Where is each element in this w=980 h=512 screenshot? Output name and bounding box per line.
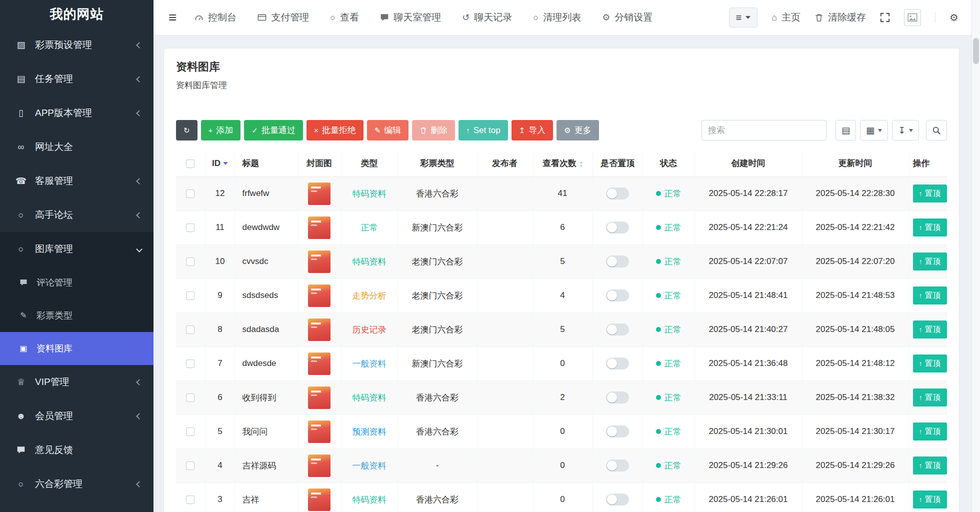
type-link[interactable]: 走势分析: [352, 291, 386, 300]
sidebar-item[interactable]: 意见反馈: [0, 433, 154, 467]
text: 5: [560, 256, 564, 266]
type-link[interactable]: 特码资料: [352, 495, 386, 504]
sort-desc-icon[interactable]: [223, 162, 228, 165]
top-toggle[interactable]: [606, 358, 629, 370]
select-all-checkbox[interactable]: [186, 160, 194, 168]
sidebar-item[interactable]: ♕VIP管理: [0, 365, 154, 399]
sidebar-item[interactable]: ○六合彩管理: [0, 467, 154, 501]
cover-image[interactable]: [308, 216, 330, 239]
set-top-row-button[interactable]: ↑置顶: [913, 184, 947, 202]
top-toggle[interactable]: [606, 494, 629, 506]
type-link[interactable]: 特码资料: [352, 257, 386, 266]
top-toggle[interactable]: [606, 222, 629, 234]
import-button[interactable]: ↥导入: [512, 120, 554, 140]
topnav-item[interactable]: 聊天室管理: [380, 11, 441, 24]
topnav-item[interactable]: 支付管理: [258, 11, 309, 24]
search-button[interactable]: [926, 120, 947, 140]
cover-image[interactable]: [308, 352, 330, 375]
created-cell: 2025-05-14 21:36:48: [694, 346, 802, 380]
cover-image[interactable]: [308, 182, 330, 205]
delete-button[interactable]: 删除: [412, 120, 455, 140]
set-top-row-button[interactable]: ↑置顶: [913, 252, 947, 270]
set-top-row-button[interactable]: ↑置顶: [913, 320, 947, 338]
topnav-item[interactable]: 控制台: [194, 11, 236, 24]
row-checkbox[interactable]: [186, 190, 194, 198]
sidebar-item[interactable]: ∞网址大全: [0, 130, 154, 164]
sidebar-item[interactable]: ○图库管理: [0, 232, 154, 266]
top-toggle[interactable]: [606, 256, 629, 268]
export-dropdown-button[interactable]: ↧: [892, 120, 919, 140]
sidebar-item[interactable]: ▯APP版本管理: [0, 96, 154, 130]
type-link[interactable]: 一般资料: [352, 461, 386, 470]
home-link[interactable]: ⌂主页: [772, 11, 800, 24]
top-toggle[interactable]: [606, 392, 629, 404]
type-link[interactable]: 一般资料: [352, 359, 386, 368]
settings-button[interactable]: ⚙: [950, 12, 958, 22]
topnav-item[interactable]: ↺聊天记录: [462, 11, 512, 24]
cover-image[interactable]: [308, 454, 330, 477]
sidebar-item[interactable]: ☎客服管理: [0, 164, 154, 198]
menu-dropdown-button[interactable]: ≡: [729, 8, 758, 28]
row-checkbox[interactable]: [186, 258, 194, 266]
add-button[interactable]: +添加: [201, 120, 241, 140]
cover-image[interactable]: [308, 488, 330, 511]
cover-image[interactable]: [308, 386, 330, 409]
button-label: 导入: [528, 124, 546, 136]
sidebar-item[interactable]: ○高手论坛: [0, 198, 154, 232]
row-checkbox[interactable]: [186, 394, 194, 402]
hamburger-icon[interactable]: ≡: [168, 10, 176, 24]
row-checkbox[interactable]: [186, 496, 194, 504]
columns-dropdown-button[interactable]: ▦: [860, 120, 888, 140]
batch-approve-button[interactable]: ✓批量通过: [244, 120, 303, 140]
type-link[interactable]: 历史记录: [352, 325, 386, 334]
topnav-item[interactable]: ○清理列表: [533, 11, 581, 24]
cover-image[interactable]: [308, 420, 330, 443]
type-link[interactable]: 预测资料: [352, 427, 386, 436]
row-checkbox[interactable]: [186, 326, 194, 334]
type-link[interactable]: 特码资料: [352, 393, 386, 402]
page-scrollbar[interactable]: [972, 0, 980, 512]
scrollbar-thumb[interactable]: [973, 38, 979, 64]
top-toggle[interactable]: [606, 460, 629, 472]
type-link[interactable]: 正常: [361, 223, 378, 232]
avatar[interactable]: [904, 9, 921, 26]
row-checkbox[interactable]: [186, 462, 194, 470]
edit-button[interactable]: ✎编辑: [367, 120, 409, 140]
search-input[interactable]: [702, 120, 826, 140]
set-top-row-button[interactable]: ↑置顶: [913, 218, 947, 236]
sidebar-item[interactable]: ☻会员管理: [0, 399, 154, 433]
clear-cache-link[interactable]: 清除缓存: [814, 11, 866, 24]
sidebar-item[interactable]: ▨彩票预设管理: [0, 28, 154, 62]
top-toggle[interactable]: [606, 324, 629, 336]
top-toggle[interactable]: [606, 426, 629, 438]
batch-reject-button[interactable]: ×批量拒绝: [306, 120, 364, 140]
set-top-button[interactable]: ↑Set top: [458, 120, 508, 140]
row-checkbox[interactable]: [186, 428, 194, 436]
row-checkbox[interactable]: [186, 224, 194, 232]
fullscreen-button[interactable]: [880, 12, 890, 22]
row-checkbox[interactable]: [186, 292, 194, 300]
sidebar-subitem[interactable]: ✎彩票类型: [0, 299, 154, 332]
top-toggle[interactable]: [606, 290, 629, 302]
detail-view-button[interactable]: ▤: [836, 120, 856, 140]
sort-icon[interactable]: ▴▾: [580, 160, 582, 168]
sidebar-item[interactable]: ▤任务管理: [0, 62, 154, 96]
topnav-item[interactable]: ○查看: [330, 11, 359, 24]
cover-image[interactable]: [308, 250, 330, 273]
set-top-row-button[interactable]: ↑置顶: [913, 490, 947, 508]
set-top-row-button[interactable]: ↑置顶: [913, 286, 947, 304]
top-toggle[interactable]: [606, 188, 629, 200]
set-top-row-button[interactable]: ↑置顶: [913, 422, 947, 440]
set-top-row-button[interactable]: ↑置顶: [913, 388, 947, 406]
sidebar-subitem[interactable]: 评论管理: [0, 266, 154, 299]
refresh-button[interactable]: ↻: [176, 120, 198, 140]
row-checkbox[interactable]: [186, 360, 194, 368]
type-link[interactable]: 特码资料: [352, 189, 386, 198]
more-button[interactable]: ⚙更多: [556, 120, 598, 140]
cover-image[interactable]: [308, 284, 330, 307]
topnav-item[interactable]: ⚙分销设置: [602, 11, 652, 24]
sidebar-subitem[interactable]: ▣资料图库: [0, 332, 154, 365]
set-top-row-button[interactable]: ↑置顶: [913, 456, 947, 474]
cover-image[interactable]: [308, 318, 330, 341]
set-top-row-button[interactable]: ↑置顶: [913, 354, 947, 372]
